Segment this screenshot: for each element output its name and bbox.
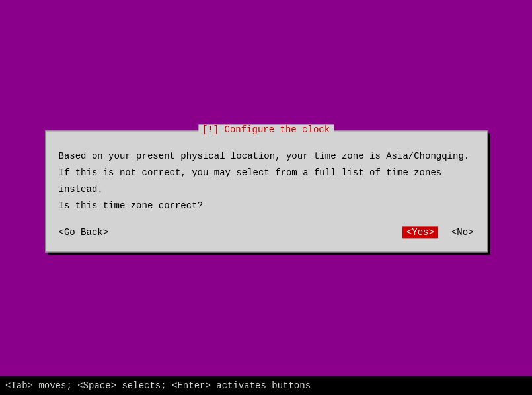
no-button[interactable]: <No>: [451, 227, 474, 239]
dialog: [!] Configure the clock Based on your pr…: [45, 130, 488, 253]
go-back-button[interactable]: <Go Back>: [59, 228, 109, 238]
dialog-line2: If this is not correct, you may select f…: [59, 165, 474, 198]
status-bar-text: <Tab> moves; <Space> selects; <Enter> ac…: [5, 380, 311, 391]
dialog-content: Based on your present physical location,…: [59, 148, 474, 215]
confirm-buttons: <Yes> <No>: [402, 227, 474, 239]
status-bar: <Tab> moves; <Space> selects; <Enter> ac…: [0, 376, 532, 395]
dialog-buttons: <Go Back> <Yes> <No>: [59, 227, 474, 239]
dialog-line3: Is this time zone correct?: [59, 198, 474, 214]
dialog-line1: Based on your present physical location,…: [59, 148, 474, 165]
yes-button[interactable]: <Yes>: [402, 227, 438, 239]
dialog-container: [!] Configure the clock Based on your pr…: [45, 130, 488, 253]
dialog-title: [!] Configure the clock: [198, 124, 334, 135]
